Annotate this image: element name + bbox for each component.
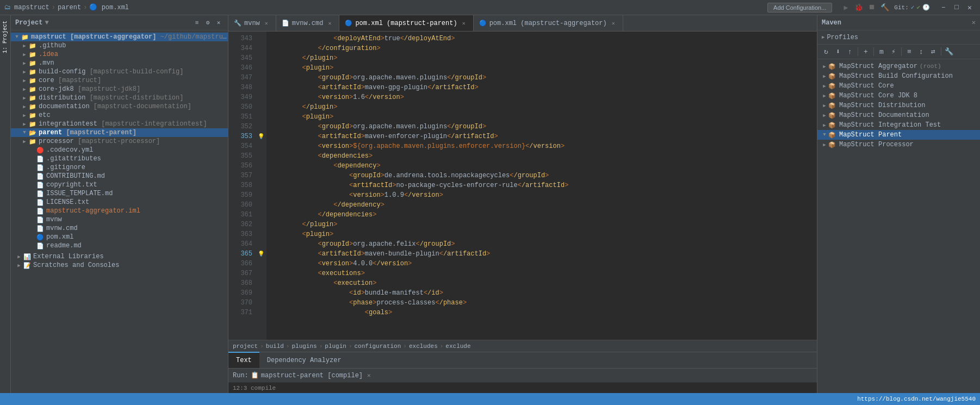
item-label: .gitattributes bbox=[46, 155, 101, 163]
tree-item-contributing[interactable]: 📄 CONTRIBUTING.md bbox=[11, 172, 228, 180]
tree-item-core[interactable]: ▶ 📁 core [mapstruct] bbox=[11, 76, 228, 85]
tree-item-build-config[interactable]: ▶ 📁 build-config [mapstruct-build-config… bbox=[11, 67, 228, 76]
tree-item-license[interactable]: 📄 LICENSE.txt bbox=[11, 198, 228, 207]
maven-link-button[interactable]: ⇄ bbox=[928, 46, 939, 57]
maximize-button[interactable]: □ bbox=[951, 2, 963, 14]
bc-excludes[interactable]: excludes bbox=[409, 343, 438, 350]
tree-item-distribution[interactable]: ▶ 📁 distribution [mapstruct-distribution… bbox=[11, 94, 228, 102]
tab-mvnw-cmd-close[interactable]: ✕ bbox=[326, 20, 333, 27]
maven-download-button[interactable]: ⬇ bbox=[833, 46, 843, 57]
tree-item-issue-template[interactable]: 📄 ISSUE_TEMPLATE.md bbox=[11, 189, 228, 198]
maven-m-button[interactable]: m bbox=[876, 46, 887, 57]
bc-build[interactable]: build bbox=[266, 343, 284, 350]
maven-item-integration-test[interactable]: ▶ 📦 MapStruct Integration Test bbox=[817, 120, 980, 130]
tab-mvnw-close[interactable]: ✕ bbox=[263, 20, 270, 27]
maven-sep3 bbox=[901, 47, 902, 56]
gutter-marker[interactable]: 💡 bbox=[258, 133, 264, 140]
add-configuration-button[interactable]: Add Configuration... bbox=[767, 3, 832, 13]
tree-item-gitignore[interactable]: 📄 .gitignore bbox=[11, 163, 228, 172]
run-button[interactable]: ▶ bbox=[840, 2, 852, 14]
item-label: Scratches and Consoles bbox=[33, 261, 119, 269]
tree-item-scratches[interactable]: ▶ 📝 Scratches and Consoles bbox=[11, 261, 228, 270]
tree-item-aggregator-iml[interactable]: 📄 mapstruct-aggregator.iml bbox=[11, 207, 228, 215]
maven-sep2 bbox=[873, 47, 874, 56]
tab-dependency-analyzer[interactable]: Dependency Analyzer bbox=[259, 352, 349, 368]
maven-lightning-button[interactable]: ⚡ bbox=[888, 46, 899, 57]
maven-item-arrow: ▶ bbox=[821, 83, 828, 89]
sidebar-header: Project ▼ ≡ ⚙ ✕ bbox=[11, 15, 228, 30]
maven-close-button[interactable]: ✕ bbox=[972, 18, 976, 27]
maven-list-button[interactable]: ≡ bbox=[904, 46, 915, 57]
collapse-all-icon[interactable]: ≡ bbox=[192, 18, 202, 28]
maven-settings-button[interactable]: 🔧 bbox=[944, 46, 954, 57]
bc-plugins[interactable]: plugins bbox=[291, 343, 317, 350]
run-close-button[interactable]: ✕ bbox=[367, 372, 371, 379]
tree-item-mvnw-cmd[interactable]: 📄 mvnw.cmd bbox=[11, 224, 228, 233]
maven-item-parent[interactable]: ▼ 📦 MapStruct Parent bbox=[817, 130, 980, 140]
breadcrumb: mapstruct › parent › 🔵 pom.xml bbox=[14, 3, 129, 11]
tree-item-codecov[interactable]: 🔴 .codecov.yml bbox=[11, 146, 228, 154]
code-line-352: <groupId>org.apache.maven.plugins</group… bbox=[271, 122, 812, 132]
tree-item-processor[interactable]: ▶ 📁 processor [mapstruct-processor] bbox=[11, 137, 228, 146]
tree-item-documentation[interactable]: ▶ 📁 documentation [mapstruct-documentati… bbox=[11, 102, 228, 111]
tree-item-readme[interactable]: 📄 readme.md bbox=[11, 241, 228, 250]
maven-refresh-button[interactable]: ↻ bbox=[821, 46, 832, 57]
maven-up-button[interactable]: ↑ bbox=[845, 46, 855, 57]
profiles-label[interactable]: Profiles bbox=[827, 34, 858, 41]
maven-item-distribution[interactable]: ▶ 📦 MapStruct Distribution bbox=[817, 101, 980, 110]
maven-item-label: MapStruct Processor bbox=[839, 141, 914, 148]
tree-item-idea[interactable]: ▶ 📁 .idea bbox=[11, 50, 228, 59]
tree-item-integrationtest[interactable]: ▶ 📁 integrationtest [mapstruct-integrati… bbox=[11, 120, 228, 128]
bc-project[interactable]: project bbox=[233, 343, 258, 350]
tree-item-parent[interactable]: ▼ 📂 parent [mapstruct-parent] bbox=[11, 128, 228, 137]
tab-pom-aggregator[interactable]: 🔵 pom.xml (mapstruct-aggregator) ✕ bbox=[474, 15, 623, 32]
bc-exclude[interactable]: exclude bbox=[445, 343, 470, 350]
tree-item-mvnw[interactable]: 📄 mvnw bbox=[11, 215, 228, 224]
maven-item-documentation[interactable]: ▶ 📦 MapStruct Documentation bbox=[817, 110, 980, 120]
tree-item-copyright[interactable]: 📄 copyright.txt bbox=[11, 180, 228, 189]
stop-button[interactable]: ⏹ bbox=[866, 2, 878, 14]
maven-item-core[interactable]: ▶ 📦 MapStruct Core bbox=[817, 81, 980, 91]
minimize-button[interactable]: – bbox=[938, 2, 950, 14]
close-button[interactable]: ✕ bbox=[964, 2, 976, 14]
tree-item-mvn[interactable]: ▶ 📁 .mvn bbox=[11, 59, 228, 67]
item-label: copyright.txt bbox=[46, 181, 97, 189]
tree-root-item[interactable]: ▼ 📁 mapstruct [mapstruct-aggregator] ~/g… bbox=[11, 33, 228, 41]
maven-item-build-config[interactable]: ▶ 📦 MapStruct Build Configuration bbox=[817, 71, 980, 81]
maven-expand-button[interactable]: ↕ bbox=[916, 46, 927, 57]
bc-configuration[interactable]: configuration bbox=[355, 343, 401, 350]
exec-file-icon: 📄 bbox=[36, 216, 45, 223]
tree-item-core-jdk8[interactable]: ▶ 📁 core-jdk8 [mapstruct-jdk8] bbox=[11, 85, 228, 94]
settings-icon[interactable]: ⚙ bbox=[203, 18, 213, 28]
tab-mvnw[interactable]: 🔧 mvnw ✕ bbox=[228, 15, 276, 32]
maven-add-button[interactable]: + bbox=[860, 46, 871, 57]
tab-pom-aggregator-close[interactable]: ✕ bbox=[610, 20, 617, 27]
gutter-marker[interactable]: 💡 bbox=[258, 251, 264, 257]
tab-text[interactable]: Text bbox=[228, 352, 259, 368]
maven-item-core-jdk8[interactable]: ▶ 📦 MapStruct Core JDK 8 bbox=[817, 91, 980, 101]
item-label: documentation [mapstruct-documentation] bbox=[39, 103, 191, 110]
project-dropdown-icon[interactable]: ▼ bbox=[45, 19, 48, 27]
maven-item-root[interactable]: ▶ 📦 MapStruct Aggregator (root) bbox=[817, 61, 980, 71]
profiles-arrow-icon: ▶ bbox=[822, 34, 824, 40]
tab-pom-parent[interactable]: 🔵 pom.xml (mapstruct-parent) ✕ bbox=[339, 15, 473, 32]
tree-item-external-libraries[interactable]: ▶ 📊 External Libraries bbox=[11, 252, 228, 261]
tree-item-github[interactable]: ▶ 📁 .github bbox=[11, 41, 228, 50]
project-tab[interactable]: 1: Project bbox=[1, 17, 9, 57]
code-editor[interactable]: <deployAtEnd>true</deployAtEnd> </config… bbox=[266, 32, 817, 340]
build-button[interactable]: 🔨 bbox=[879, 2, 891, 14]
maven-item-label: MapStruct Integration Test bbox=[839, 121, 941, 129]
hide-sidebar-icon[interactable]: ✕ bbox=[214, 18, 224, 28]
code-line-354: <version>${org.apache.maven.plugins.enfo… bbox=[271, 141, 812, 151]
tree-item-etc[interactable]: ▶ 📁 etc bbox=[11, 111, 228, 120]
maven-item-processor[interactable]: ▶ 📦 MapStruct Processor bbox=[817, 140, 980, 149]
maven-item-arrow: ▶ bbox=[821, 93, 828, 99]
tree-item-pom[interactable]: 🔵 pom.xml bbox=[11, 233, 228, 241]
tab-mvnw-cmd[interactable]: 📄 mvnw.cmd ✕ bbox=[276, 15, 340, 32]
code-line-353: <artifactId>maven-enforcer-plugin</artif… bbox=[271, 132, 812, 141]
tab-pom-parent-close[interactable]: ✕ bbox=[460, 20, 468, 27]
tree-item-gitattributes[interactable]: 📄 .gitattributes bbox=[11, 154, 228, 163]
left-tab-strip: 1: Project bbox=[0, 15, 11, 393]
bc-plugin[interactable]: plugin bbox=[325, 343, 346, 350]
debug-button[interactable]: 🐞 bbox=[853, 2, 865, 14]
